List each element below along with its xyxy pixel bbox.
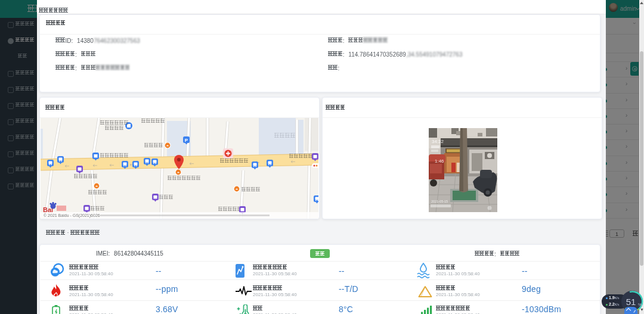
svg-text:34:32: 34:32 [432, 139, 444, 144]
svg-text:1:46: 1:46 [435, 158, 444, 164]
svg-text:%: % [638, 303, 642, 307]
svg-text:51: 51 [626, 297, 636, 307]
svg-text:© 2021 Baidu - GS(2021)6026: © 2021 Baidu - GS(2021)6026 [44, 213, 100, 218]
svg-text:2021-05-15: 2021-05-15 [431, 200, 448, 203]
svg-text:P: P [185, 138, 188, 143]
